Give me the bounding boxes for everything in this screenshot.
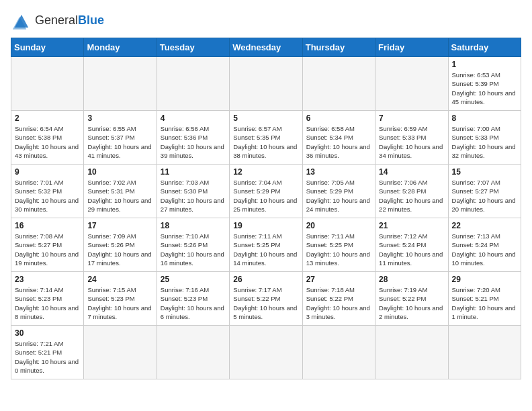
day-number: 9 (15, 167, 80, 177)
day-number: 6 (306, 113, 371, 123)
day-info: Sunrise: 7:20 AM Sunset: 5:21 PM Dayligh… (452, 285, 517, 321)
day-number: 29 (452, 275, 517, 284)
day-info: Sunrise: 7:03 AM Sunset: 5:30 PM Dayligh… (161, 178, 226, 214)
calendar-cell: 3Sunrise: 6:55 AM Sunset: 5:37 PM Daylig… (84, 111, 157, 165)
day-number: 18 (161, 221, 226, 230)
day-info: Sunrise: 7:16 AM Sunset: 5:23 PM Dayligh… (161, 285, 226, 321)
week-row-6: 30Sunrise: 7:21 AM Sunset: 5:21 PM Dayli… (11, 326, 521, 379)
day-number: 15 (452, 167, 517, 177)
calendar-cell: 5Sunrise: 6:57 AM Sunset: 5:35 PM Daylig… (230, 111, 302, 165)
day-number: 20 (306, 221, 371, 230)
day-info: Sunrise: 7:02 AM Sunset: 5:31 PM Dayligh… (87, 178, 152, 214)
calendar-cell (84, 57, 157, 111)
day-number: 27 (306, 275, 371, 284)
week-row-3: 9Sunrise: 7:01 AM Sunset: 5:32 PM Daylig… (11, 165, 521, 218)
calendar-cell: 20Sunrise: 7:11 AM Sunset: 5:25 PM Dayli… (302, 218, 375, 272)
weekday-header-sunday: Sunday (11, 38, 84, 57)
weekday-header-wednesday: Wednesday (230, 38, 302, 57)
page-header: GeneralBlue (11, 11, 521, 30)
day-number: 3 (87, 113, 152, 123)
calendar-cell: 26Sunrise: 7:17 AM Sunset: 5:22 PM Dayli… (230, 272, 302, 326)
day-info: Sunrise: 7:19 AM Sunset: 5:22 PM Dayligh… (379, 285, 444, 321)
calendar-cell: 25Sunrise: 7:16 AM Sunset: 5:23 PM Dayli… (157, 272, 229, 326)
day-number: 22 (452, 221, 517, 230)
calendar-cell: 18Sunrise: 7:10 AM Sunset: 5:26 PM Dayli… (157, 218, 229, 272)
calendar-cell: 2Sunrise: 6:54 AM Sunset: 5:38 PM Daylig… (11, 111, 84, 165)
day-number: 12 (233, 167, 298, 177)
day-info: Sunrise: 7:07 AM Sunset: 5:27 PM Dayligh… (452, 178, 517, 214)
calendar-cell (375, 57, 448, 111)
logo: GeneralBlue (11, 11, 104, 30)
day-info: Sunrise: 7:21 AM Sunset: 5:21 PM Dayligh… (15, 339, 80, 375)
day-info: Sunrise: 7:18 AM Sunset: 5:22 PM Dayligh… (306, 285, 371, 321)
day-number: 10 (87, 167, 152, 177)
calendar-cell (375, 326, 448, 379)
calendar-cell: 13Sunrise: 7:05 AM Sunset: 5:29 PM Dayli… (302, 165, 375, 218)
day-info: Sunrise: 6:55 AM Sunset: 5:37 PM Dayligh… (87, 124, 152, 160)
calendar-cell: 4Sunrise: 6:56 AM Sunset: 5:36 PM Daylig… (157, 111, 229, 165)
weekday-header-tuesday: Tuesday (157, 38, 229, 57)
day-info: Sunrise: 7:14 AM Sunset: 5:23 PM Dayligh… (15, 285, 80, 321)
day-number: 11 (161, 167, 226, 177)
day-number: 13 (306, 167, 371, 177)
calendar-cell: 6Sunrise: 6:58 AM Sunset: 5:34 PM Daylig… (302, 111, 375, 165)
week-row-4: 16Sunrise: 7:08 AM Sunset: 5:27 PM Dayli… (11, 218, 521, 272)
calendar-cell: 24Sunrise: 7:15 AM Sunset: 5:23 PM Dayli… (84, 272, 157, 326)
week-row-2: 2Sunrise: 6:54 AM Sunset: 5:38 PM Daylig… (11, 111, 521, 165)
day-number: 17 (87, 221, 152, 230)
logo-text: GeneralBlue (35, 13, 104, 28)
day-info: Sunrise: 7:11 AM Sunset: 5:25 PM Dayligh… (233, 232, 298, 267)
calendar-cell (448, 326, 521, 379)
logo-icon (11, 11, 32, 30)
weekday-header-monday: Monday (84, 38, 157, 57)
day-info: Sunrise: 7:15 AM Sunset: 5:23 PM Dayligh… (87, 285, 152, 321)
calendar-cell (302, 326, 375, 379)
calendar-cell (157, 57, 229, 111)
day-number: 8 (452, 113, 517, 123)
day-number: 7 (379, 113, 444, 123)
calendar-cell: 15Sunrise: 7:07 AM Sunset: 5:27 PM Dayli… (448, 165, 521, 218)
day-info: Sunrise: 6:56 AM Sunset: 5:36 PM Dayligh… (161, 124, 226, 160)
day-number: 24 (87, 275, 152, 284)
calendar-cell (11, 57, 84, 111)
day-info: Sunrise: 7:04 AM Sunset: 5:29 PM Dayligh… (233, 178, 298, 214)
day-info: Sunrise: 7:06 AM Sunset: 5:28 PM Dayligh… (379, 178, 444, 214)
day-number: 1 (452, 60, 517, 69)
day-info: Sunrise: 6:58 AM Sunset: 5:34 PM Dayligh… (306, 124, 371, 160)
calendar-cell: 28Sunrise: 7:19 AM Sunset: 5:22 PM Dayli… (375, 272, 448, 326)
day-number: 4 (161, 113, 226, 123)
calendar-cell: 9Sunrise: 7:01 AM Sunset: 5:32 PM Daylig… (11, 165, 84, 218)
calendar-cell (302, 57, 375, 111)
calendar-cell (230, 326, 302, 379)
calendar-cell: 27Sunrise: 7:18 AM Sunset: 5:22 PM Dayli… (302, 272, 375, 326)
day-info: Sunrise: 7:11 AM Sunset: 5:25 PM Dayligh… (306, 232, 371, 267)
day-info: Sunrise: 6:54 AM Sunset: 5:38 PM Dayligh… (15, 124, 80, 160)
weekday-header-friday: Friday (375, 38, 448, 57)
calendar-cell: 19Sunrise: 7:11 AM Sunset: 5:25 PM Dayli… (230, 218, 302, 272)
calendar-cell: 16Sunrise: 7:08 AM Sunset: 5:27 PM Dayli… (11, 218, 84, 272)
day-number: 14 (379, 167, 444, 177)
day-info: Sunrise: 7:09 AM Sunset: 5:26 PM Dayligh… (87, 232, 152, 267)
weekday-header-thursday: Thursday (302, 38, 375, 57)
calendar-cell: 29Sunrise: 7:20 AM Sunset: 5:21 PM Dayli… (448, 272, 521, 326)
day-number: 5 (233, 113, 298, 123)
day-info: Sunrise: 7:05 AM Sunset: 5:29 PM Dayligh… (306, 178, 371, 214)
calendar-cell: 21Sunrise: 7:12 AM Sunset: 5:24 PM Dayli… (375, 218, 448, 272)
day-number: 2 (15, 113, 80, 123)
calendar-table: SundayMondayTuesdayWednesdayThursdayFrid… (11, 38, 521, 379)
day-info: Sunrise: 7:17 AM Sunset: 5:22 PM Dayligh… (233, 285, 298, 321)
day-info: Sunrise: 7:13 AM Sunset: 5:24 PM Dayligh… (452, 232, 517, 267)
calendar-cell: 22Sunrise: 7:13 AM Sunset: 5:24 PM Dayli… (448, 218, 521, 272)
calendar-cell (84, 326, 157, 379)
day-number: 26 (233, 275, 298, 284)
calendar-cell: 12Sunrise: 7:04 AM Sunset: 5:29 PM Dayli… (230, 165, 302, 218)
calendar-cell: 8Sunrise: 7:00 AM Sunset: 5:33 PM Daylig… (448, 111, 521, 165)
day-number: 21 (379, 221, 444, 230)
day-number: 30 (15, 328, 80, 338)
calendar-cell: 7Sunrise: 6:59 AM Sunset: 5:33 PM Daylig… (375, 111, 448, 165)
calendar-cell: 23Sunrise: 7:14 AM Sunset: 5:23 PM Dayli… (11, 272, 84, 326)
day-number: 23 (15, 275, 80, 284)
calendar-cell: 17Sunrise: 7:09 AM Sunset: 5:26 PM Dayli… (84, 218, 157, 272)
day-info: Sunrise: 7:00 AM Sunset: 5:33 PM Dayligh… (452, 124, 517, 160)
calendar-cell (157, 326, 229, 379)
